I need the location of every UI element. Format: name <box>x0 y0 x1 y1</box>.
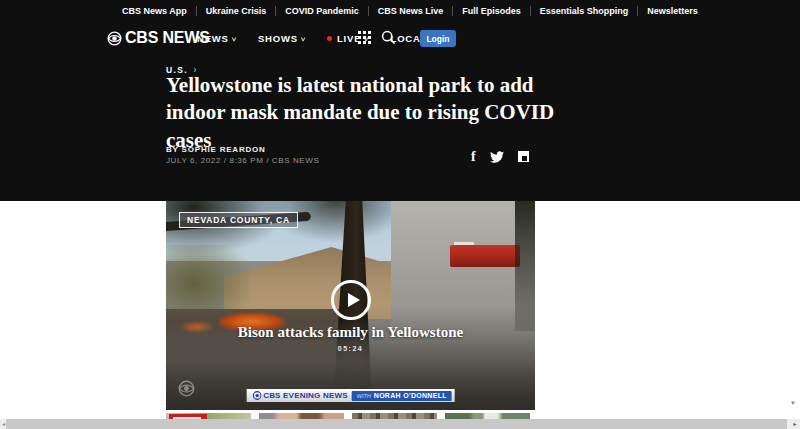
horizontal-scrollbar-left-arrow-icon[interactable]: ◄ <box>0 419 7 429</box>
play-button[interactable] <box>331 280 371 320</box>
headline-line-1: Yellowstone is latest national park to a… <box>166 72 596 99</box>
nav-item-news[interactable]: NEWS ∨ <box>197 33 237 44</box>
social-share-bar: f <box>471 150 529 163</box>
cbs-news-logo[interactable]: CBS NEWS <box>107 29 210 47</box>
cbs-evening-news-banner: CBS EVENING NEWS WITH NORAH O'DONNELL <box>246 389 455 402</box>
top-utility-bar: CBS News App Ukraine Crisis COVID Pandem… <box>113 6 707 16</box>
cbs-eye-watermark-icon <box>178 380 195 397</box>
nav-item-shows[interactable]: SHOWS ∨ <box>258 33 306 44</box>
banner-with-label: WITH <box>357 393 371 399</box>
topbar-link-cbs-news-app[interactable]: CBS News App <box>113 6 196 16</box>
apps-grid-icon[interactable] <box>358 31 371 44</box>
headline-line-2: indoor mask mandate due to rising COVID <box>166 99 596 126</box>
page-title: Yellowstone is latest national park to a… <box>166 72 596 154</box>
topbar-link-ukraine-crisis[interactable]: Ukraine Crisis <box>196 6 276 16</box>
cbs-eye-icon-blue <box>252 391 261 400</box>
banner-show-label: CBS EVENING NEWS <box>252 391 348 400</box>
live-red-dot-icon <box>327 36 332 41</box>
banner-anchor-name: NORAH O'DONNELL <box>374 392 447 399</box>
topbar-link-newsletters[interactable]: Newsletters <box>637 6 707 16</box>
article-header-dark-region: CBS News App Ukraine Crisis COVID Pandem… <box>0 0 800 201</box>
main-nav: NEWS ∨ SHOWS ∨ LIVE ∨ LOCAL ∨ <box>197 33 435 44</box>
dateline: JULY 6, 2022 / 8:36 PM / CBS NEWS <box>166 156 319 165</box>
topbar-link-covid-pandemic[interactable]: COVID Pandemic <box>275 6 368 16</box>
chevron-down-icon: ∨ <box>300 35 307 42</box>
topbar-link-full-episodes[interactable]: Full Episodes <box>452 6 530 16</box>
twitter-share-icon[interactable] <box>490 151 504 163</box>
horizontal-scrollbar-right-arrow-icon[interactable]: ► <box>790 419 800 429</box>
video-player[interactable]: NEVADA COUNTY, CA Bison attacks family i… <box>166 201 535 410</box>
video-caption: Bison attacks family in Yellowstone <box>166 324 535 341</box>
cbs-eye-icon <box>107 31 122 46</box>
facebook-share-icon[interactable]: f <box>471 150 476 163</box>
banner-anchor-box: WITH NORAH O'DONNELL <box>352 391 452 401</box>
flipboard-share-icon[interactable] <box>518 151 529 162</box>
vertical-scrollbar-down-arrow-icon[interactable]: ▼ <box>788 398 798 408</box>
video-location-label: NEVADA COUNTY, CA <box>179 212 298 228</box>
horizontal-scrollbar-thumb[interactable] <box>6 419 787 429</box>
search-icon[interactable] <box>381 30 396 45</box>
topbar-link-essentials-shopping[interactable]: Essentials Shopping <box>530 6 638 16</box>
video-duration: 05:24 <box>166 345 535 352</box>
login-button[interactable]: Login <box>420 30 456 47</box>
video-frame-fire-truck <box>450 245 520 267</box>
chevron-down-icon: ∨ <box>231 35 238 42</box>
byline: BY SOPHIE REARDON <box>166 145 266 154</box>
topbar-link-cbs-news-live[interactable]: CBS News Live <box>368 6 453 16</box>
